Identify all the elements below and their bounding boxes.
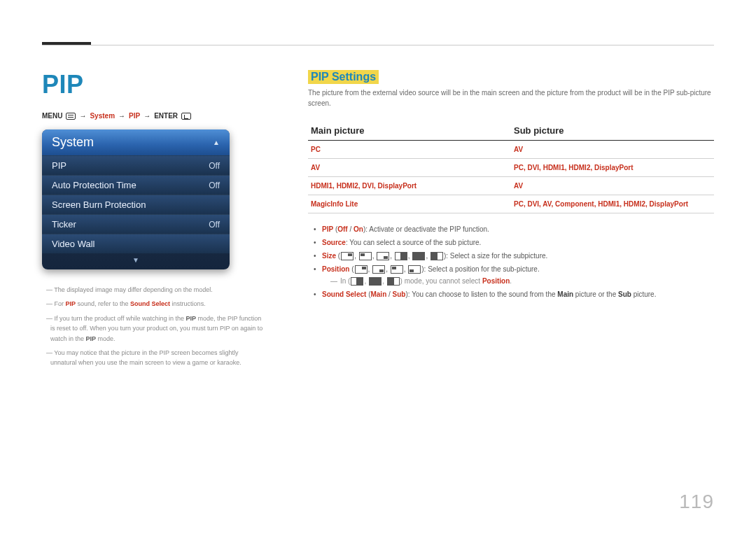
osd-row: Auto Protection TimeOff — [42, 175, 230, 195]
table-row: AVPC, DVI, HDMI1, HDMI2, DisplayPort — [308, 159, 714, 177]
osd-row: PIPOff — [42, 155, 230, 175]
note-text: mode. — [96, 335, 115, 342]
t: Position — [322, 265, 349, 273]
position-icon — [391, 265, 403, 274]
right-column: PIP Settings The picture from the extern… — [308, 70, 714, 372]
list-subitem: In (, , ) mode, you cannot select Positi… — [340, 275, 714, 287]
left-column: PIP MENU → System → PIP → ENTER System ▲… — [42, 70, 266, 372]
size-icon — [430, 252, 443, 260]
t: / — [348, 225, 354, 233]
position-icon — [355, 265, 368, 274]
osd-label: Auto Protection Time — [52, 180, 136, 190]
arrow-icon: → — [118, 112, 125, 120]
footnote: ― You may notice that the picture in the… — [42, 348, 266, 368]
t: Off — [337, 225, 347, 233]
table-head-main: Main picture — [308, 121, 511, 141]
note-text: PIP — [66, 300, 76, 307]
breadcrumb-system: System — [90, 112, 115, 120]
t: . — [510, 277, 512, 285]
pip-source-table: Main picture Sub picture PCAV AVPC, DVI,… — [308, 121, 714, 213]
position-icon — [372, 265, 385, 274]
t: Position — [482, 277, 510, 285]
section-title: PIP — [42, 70, 266, 99]
osd-row: Screen Burn Protection — [42, 195, 230, 214]
t: Main — [557, 290, 573, 298]
osd-title: System — [52, 135, 94, 150]
t: Source — [322, 239, 346, 246]
list-item: Source: You can select a source of the s… — [312, 237, 714, 248]
size-icon — [377, 252, 389, 260]
list-item: Sound Select (Main / Sub): You can choos… — [312, 288, 714, 300]
feature-list: PIP (Off / On): Activate or deactivate t… — [308, 223, 714, 300]
breadcrumb: MENU → System → PIP → ENTER — [42, 112, 266, 120]
table-head-sub: Sub picture — [511, 121, 714, 141]
t: / — [386, 290, 392, 298]
chevron-down-icon: ▼ — [42, 253, 230, 264]
t: ): You can choose to listen to the sound… — [405, 290, 557, 298]
size-icon — [341, 252, 354, 260]
list-item: PIP (Off / On): Activate or deactivate t… — [312, 223, 714, 235]
footnotes: ― The displayed image may differ dependi… — [42, 285, 266, 368]
t: Size — [322, 252, 336, 260]
cell: PC — [308, 141, 511, 159]
osd-label: Screen Burn Protection — [52, 199, 146, 210]
t: : You can select a source of the sub pic… — [346, 239, 481, 246]
table-row: HDMI1, HDMI2, DVI, DisplayPortAV — [308, 177, 714, 195]
arrow-icon: → — [79, 112, 86, 120]
t: Sub — [393, 290, 406, 298]
osd-row: TickerOff — [42, 214, 230, 234]
position-icon — [408, 265, 421, 274]
footnote: ― The displayed image may differ dependi… — [42, 285, 266, 295]
arrow-icon: → — [144, 112, 150, 120]
size-icon — [359, 252, 372, 260]
table-row: MagicInfo LitePC, DVI, AV, Component, HD… — [308, 195, 714, 213]
t: Main — [370, 290, 386, 298]
osd-panel: System ▲ PIPOff Auto Protection TimeOff … — [42, 129, 230, 269]
cell: AV — [308, 159, 511, 177]
size-icon — [369, 277, 382, 286]
t: picture or the — [573, 290, 618, 298]
note-text: If you turn the product off while watchi… — [55, 315, 186, 322]
note-text: PIP — [186, 315, 196, 322]
osd-label: Video Wall — [52, 239, 94, 249]
cell: PC, DVI, AV, Component, HDMI1, HDMI2, Di… — [511, 195, 714, 213]
table-row: PCAV — [308, 141, 714, 159]
t: Sound Select — [322, 290, 366, 298]
t: PIP — [322, 225, 333, 233]
page-number: 119 — [679, 491, 714, 513]
osd-value: Off — [209, 220, 220, 230]
cell: HDMI1, HDMI2, DVI, DisplayPort — [308, 177, 511, 195]
enter-icon — [181, 113, 191, 120]
list-item: Position (, , , ): Select a position for… — [312, 263, 714, 287]
size-icon — [351, 277, 363, 286]
t: picture. — [631, 290, 657, 298]
note-text: PIP — [86, 335, 97, 342]
size-icon — [395, 252, 407, 260]
t: ): Activate or deactivate the PIP functi… — [363, 225, 489, 233]
menu-icon — [66, 113, 76, 120]
note-text: The displayed image may differ depending… — [54, 286, 212, 293]
breadcrumb-enter: ENTER — [154, 112, 178, 120]
size-icon — [412, 252, 425, 260]
note-text: sound, refer to the — [76, 300, 130, 307]
size-icon — [387, 277, 400, 286]
cell: MagicInfo Lite — [308, 195, 511, 213]
cell: AV — [511, 141, 714, 159]
t: : Select a size for the subpicture. — [446, 252, 547, 260]
note-text: You may notice that the picture in the P… — [50, 349, 241, 366]
settings-heading: PIP Settings — [308, 70, 379, 84]
footnote: ― If you turn the product off while watc… — [42, 314, 266, 344]
osd-label: PIP — [52, 160, 66, 171]
osd-label: Ticker — [52, 219, 76, 230]
note-text: For — [55, 300, 66, 307]
note-text: Sound Select — [130, 300, 170, 307]
t: mode, you cannot select — [402, 277, 482, 285]
list-item: Size (, , , , , ): Select a size for the… — [312, 250, 714, 262]
osd-header: System ▲ — [42, 129, 230, 155]
chevron-up-icon: ▲ — [213, 139, 220, 146]
t: Sub — [618, 290, 631, 298]
osd-value: Off — [209, 161, 220, 171]
note-text: instructions. — [170, 300, 206, 307]
osd-row: Video Wall — [42, 234, 230, 253]
cell: PC, DVI, HDMI1, HDMI2, DisplayPort — [511, 159, 714, 177]
